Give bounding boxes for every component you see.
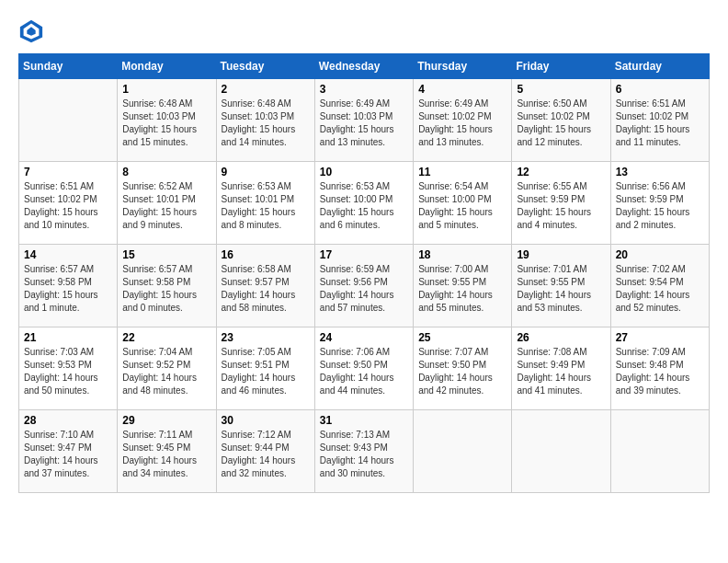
- calendar-cell: 9Sunrise: 6:53 AMSunset: 10:01 PMDayligh…: [216, 162, 314, 245]
- day-number: 3: [320, 83, 408, 96]
- cell-content: Sunrise: 6:51 AMSunset: 10:02 PMDaylight…: [616, 98, 704, 149]
- calendar-table: SundayMondayTuesdayWednesdayThursdayFrid…: [18, 53, 710, 493]
- calendar-cell: 19Sunrise: 7:01 AMSunset: 9:55 PMDayligh…: [512, 245, 610, 327]
- logo-icon: [18, 18, 44, 44]
- calendar-cell: 1Sunrise: 6:48 AMSunset: 10:03 PMDayligh…: [118, 79, 216, 162]
- cell-content: Sunrise: 6:53 AMSunset: 10:01 PMDaylight…: [222, 180, 310, 232]
- cell-content: Sunrise: 6:49 AMSunset: 10:02 PMDaylight…: [418, 98, 506, 149]
- day-number: 10: [320, 166, 408, 178]
- day-number: 16: [222, 248, 310, 261]
- calendar-cell: 4Sunrise: 6:49 AMSunset: 10:02 PMDayligh…: [414, 79, 512, 162]
- calendar-cell: 30Sunrise: 7:12 AMSunset: 9:44 PMDayligh…: [216, 410, 314, 493]
- calendar-cell: 25Sunrise: 7:07 AMSunset: 9:50 PMDayligh…: [414, 327, 512, 410]
- cell-content: Sunrise: 7:12 AMSunset: 9:44 PMDaylight:…: [222, 429, 310, 480]
- day-number: 14: [24, 248, 112, 261]
- cell-content: Sunrise: 6:56 AMSunset: 9:59 PMDaylight:…: [616, 180, 704, 232]
- logo: [18, 18, 48, 44]
- calendar-cell: 27Sunrise: 7:09 AMSunset: 9:48 PMDayligh…: [610, 327, 709, 410]
- day-number: 15: [122, 248, 210, 261]
- day-number: 23: [222, 331, 310, 344]
- cell-content: Sunrise: 6:58 AMSunset: 9:57 PMDaylight:…: [222, 263, 310, 315]
- calendar-cell: [610, 410, 709, 493]
- cell-content: Sunrise: 7:11 AMSunset: 9:45 PMDaylight:…: [122, 429, 210, 480]
- calendar-cell: 26Sunrise: 7:08 AMSunset: 9:49 PMDayligh…: [512, 327, 610, 410]
- day-number: 11: [418, 166, 506, 178]
- day-number: 31: [320, 414, 408, 427]
- cell-content: Sunrise: 7:08 AMSunset: 9:49 PMDaylight:…: [517, 346, 605, 397]
- header-cell-monday: Monday: [118, 54, 216, 79]
- cell-content: Sunrise: 6:57 AMSunset: 9:58 PMDaylight:…: [24, 263, 112, 315]
- day-number: 12: [517, 166, 605, 178]
- cell-content: Sunrise: 6:52 AMSunset: 10:01 PMDaylight…: [122, 180, 210, 232]
- calendar-cell: 22Sunrise: 7:04 AMSunset: 9:52 PMDayligh…: [118, 327, 216, 410]
- calendar-cell: 31Sunrise: 7:13 AMSunset: 9:43 PMDayligh…: [314, 410, 413, 493]
- calendar-cell: [19, 79, 118, 162]
- cell-content: Sunrise: 6:54 AMSunset: 10:00 PMDaylight…: [418, 180, 506, 232]
- calendar-cell: 28Sunrise: 7:10 AMSunset: 9:47 PMDayligh…: [19, 410, 118, 493]
- calendar-header: SundayMondayTuesdayWednesdayThursdayFrid…: [19, 54, 710, 79]
- day-number: 29: [122, 414, 210, 427]
- day-number: 5: [517, 83, 605, 96]
- week-row-4: 21Sunrise: 7:03 AMSunset: 9:53 PMDayligh…: [19, 327, 710, 410]
- calendar-cell: 29Sunrise: 7:11 AMSunset: 9:45 PMDayligh…: [118, 410, 216, 493]
- week-row-5: 28Sunrise: 7:10 AMSunset: 9:47 PMDayligh…: [19, 410, 710, 493]
- calendar-cell: 2Sunrise: 6:48 AMSunset: 10:03 PMDayligh…: [216, 79, 314, 162]
- cell-content: Sunrise: 6:50 AMSunset: 10:02 PMDaylight…: [517, 98, 605, 149]
- header-row: SundayMondayTuesdayWednesdayThursdayFrid…: [19, 54, 710, 79]
- calendar-cell: 12Sunrise: 6:55 AMSunset: 9:59 PMDayligh…: [512, 162, 610, 245]
- day-number: 30: [222, 414, 310, 427]
- cell-content: Sunrise: 7:04 AMSunset: 9:52 PMDaylight:…: [122, 346, 210, 397]
- cell-content: Sunrise: 7:03 AMSunset: 9:53 PMDaylight:…: [24, 346, 112, 397]
- calendar-body: 1Sunrise: 6:48 AMSunset: 10:03 PMDayligh…: [19, 79, 710, 493]
- day-number: 13: [616, 166, 704, 178]
- header-cell-wednesday: Wednesday: [314, 54, 413, 79]
- calendar-cell: 20Sunrise: 7:02 AMSunset: 9:54 PMDayligh…: [610, 245, 709, 327]
- cell-content: Sunrise: 7:05 AMSunset: 9:51 PMDaylight:…: [222, 346, 310, 397]
- calendar-cell: 18Sunrise: 7:00 AMSunset: 9:55 PMDayligh…: [414, 245, 512, 327]
- day-number: 26: [517, 331, 605, 344]
- day-number: 7: [24, 166, 112, 178]
- cell-content: Sunrise: 7:06 AMSunset: 9:50 PMDaylight:…: [320, 346, 408, 397]
- header-cell-friday: Friday: [512, 54, 610, 79]
- header: [18, 18, 710, 44]
- cell-content: Sunrise: 6:53 AMSunset: 10:00 PMDaylight…: [320, 180, 408, 232]
- day-number: 2: [222, 83, 310, 96]
- day-number: 27: [616, 331, 704, 344]
- day-number: 22: [122, 331, 210, 344]
- cell-content: Sunrise: 7:00 AMSunset: 9:55 PMDaylight:…: [418, 263, 506, 315]
- calendar-cell: 10Sunrise: 6:53 AMSunset: 10:00 PMDaylig…: [314, 162, 413, 245]
- calendar-cell: 8Sunrise: 6:52 AMSunset: 10:01 PMDayligh…: [118, 162, 216, 245]
- cell-content: Sunrise: 6:57 AMSunset: 9:58 PMDaylight:…: [122, 263, 210, 315]
- day-number: 9: [222, 166, 310, 178]
- cell-content: Sunrise: 7:01 AMSunset: 9:55 PMDaylight:…: [517, 263, 605, 315]
- calendar-cell: 3Sunrise: 6:49 AMSunset: 10:03 PMDayligh…: [314, 79, 413, 162]
- cell-content: Sunrise: 6:55 AMSunset: 9:59 PMDaylight:…: [517, 180, 605, 232]
- day-number: 1: [122, 83, 210, 96]
- calendar-cell: 16Sunrise: 6:58 AMSunset: 9:57 PMDayligh…: [216, 245, 314, 327]
- day-number: 21: [24, 331, 112, 344]
- calendar-cell: 6Sunrise: 6:51 AMSunset: 10:02 PMDayligh…: [610, 79, 709, 162]
- day-number: 17: [320, 248, 408, 261]
- day-number: 6: [616, 83, 704, 96]
- calendar-cell: 24Sunrise: 7:06 AMSunset: 9:50 PMDayligh…: [314, 327, 413, 410]
- cell-content: Sunrise: 7:02 AMSunset: 9:54 PMDaylight:…: [616, 263, 704, 315]
- header-cell-thursday: Thursday: [414, 54, 512, 79]
- calendar-cell: [512, 410, 610, 493]
- calendar-cell: 7Sunrise: 6:51 AMSunset: 10:02 PMDayligh…: [19, 162, 118, 245]
- day-number: 19: [517, 248, 605, 261]
- calendar-cell: 5Sunrise: 6:50 AMSunset: 10:02 PMDayligh…: [512, 79, 610, 162]
- cell-content: Sunrise: 6:48 AMSunset: 10:03 PMDaylight…: [122, 98, 210, 149]
- calendar-cell: [414, 410, 512, 493]
- day-number: 24: [320, 331, 408, 344]
- cell-content: Sunrise: 6:48 AMSunset: 10:03 PMDaylight…: [222, 98, 310, 149]
- cell-content: Sunrise: 7:09 AMSunset: 9:48 PMDaylight:…: [616, 346, 704, 397]
- calendar-cell: 11Sunrise: 6:54 AMSunset: 10:00 PMDaylig…: [414, 162, 512, 245]
- week-row-1: 1Sunrise: 6:48 AMSunset: 10:03 PMDayligh…: [19, 79, 710, 162]
- week-row-3: 14Sunrise: 6:57 AMSunset: 9:58 PMDayligh…: [19, 245, 710, 327]
- day-number: 28: [24, 414, 112, 427]
- day-number: 25: [418, 331, 506, 344]
- day-number: 18: [418, 248, 506, 261]
- calendar-cell: 21Sunrise: 7:03 AMSunset: 9:53 PMDayligh…: [19, 327, 118, 410]
- calendar-cell: 13Sunrise: 6:56 AMSunset: 9:59 PMDayligh…: [610, 162, 709, 245]
- cell-content: Sunrise: 6:59 AMSunset: 9:56 PMDaylight:…: [320, 263, 408, 315]
